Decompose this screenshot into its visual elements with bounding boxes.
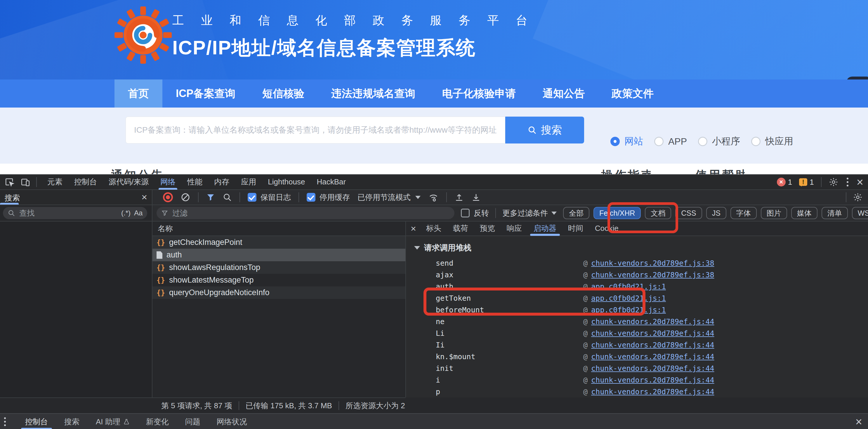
network-search-icon[interactable] [222, 193, 232, 202]
devtools-tab-3[interactable]: 源代码/来源 [103, 174, 155, 190]
details-tab-3[interactable]: 预览 [474, 222, 501, 236]
devtools-tab-9[interactable]: HackBar [311, 174, 352, 190]
translate-extension-badge[interactable]: 中 A [846, 77, 868, 80]
frame-function: Li [436, 329, 583, 338]
nav-item-6[interactable]: 通知公告 [529, 80, 598, 108]
search-pane-close-icon[interactable]: × [142, 191, 147, 203]
nav-item-4[interactable]: 违法违规域名查询 [318, 80, 429, 108]
frame-source-link[interactable]: chunk-vendors.20d789ef.js:44 [591, 329, 714, 338]
import-har-icon[interactable] [455, 193, 464, 202]
frame-source-link[interactable]: chunk-vendors.20d789ef.js:38 [591, 259, 714, 267]
request-row-1[interactable]: {}getCheckImagePoint [152, 236, 405, 249]
search-input[interactable] [126, 117, 505, 143]
network-conditions-icon[interactable] [428, 192, 439, 202]
filter-chip-9[interactable]: 清单 [822, 207, 848, 219]
drawer-tab-1[interactable]: 控制台 [17, 414, 56, 429]
frame-source-link[interactable]: app.c0fb0d21.js:1 [591, 282, 666, 291]
request-row-5[interactable]: {}queryOneUpgradeNoticeInfo [152, 286, 405, 299]
frame-source-link[interactable]: chunk-vendors.20d789ef.js:44 [591, 317, 714, 326]
divider [446, 192, 447, 202]
frame-source-link[interactable]: chunk-vendors.20d789ef.js:44 [591, 341, 714, 349]
drawer-tab-6[interactable]: 网络状况 [209, 414, 255, 429]
regex-toggle[interactable]: (.*) [121, 209, 130, 217]
filter-chip-7[interactable]: 图片 [761, 207, 787, 219]
nav-item-1[interactable]: 首页 [115, 80, 162, 108]
radio-option-1[interactable]: 网站 [611, 135, 643, 148]
export-har-icon[interactable] [471, 193, 481, 202]
throttling-dropdown[interactable]: 已停用节流模式 [358, 192, 421, 202]
nav-item-2[interactable]: ICP备案查询 [162, 80, 249, 108]
frame-source-link[interactable]: chunk-vendors.20d789ef.js:44 [591, 388, 714, 396]
clipped-heading: 通知公告 [111, 164, 165, 174]
frame-source-link[interactable]: chunk-vendors.20d789ef.js:38 [591, 270, 714, 279]
details-tab-5[interactable]: 启动器 [528, 222, 562, 236]
record-network-log-button[interactable] [163, 192, 173, 202]
filter-chip-10[interactable]: WS [852, 207, 868, 219]
request-row-2[interactable]: auth [152, 249, 405, 261]
settings-gear-icon[interactable] [829, 177, 838, 187]
devtools-tab-2[interactable]: 控制台 [68, 174, 103, 190]
drawer-tab-2[interactable]: 搜索 [56, 414, 88, 429]
radio-option-3[interactable]: 小程序 [698, 135, 740, 148]
devtools-tab-6[interactable]: 内存 [208, 174, 235, 190]
pane-divider[interactable] [405, 222, 406, 397]
details-tab-4[interactable]: 响应 [501, 222, 528, 236]
device-toolbar-icon[interactable] [21, 177, 30, 187]
drawer-tab-5[interactable]: 问题 [177, 414, 209, 429]
call-stack-section[interactable]: 请求调用堆栈 [414, 242, 868, 253]
nav-item-3[interactable]: 短信核验 [249, 80, 318, 108]
details-tab-1[interactable]: 标头 [420, 222, 447, 236]
search-button[interactable]: 搜索 [505, 117, 584, 143]
frame-source-link[interactable]: chunk-vendors.20d789ef.js:44 [591, 352, 714, 361]
details-tab-6[interactable]: 时间 [562, 222, 589, 236]
frame-function: getToken [436, 294, 583, 303]
devtools-tab-1[interactable]: 元素 [41, 174, 68, 190]
nav-item-7[interactable]: 政策文件 [598, 80, 667, 108]
filter-funnel-icon[interactable] [206, 193, 215, 202]
request-row-4[interactable]: {}showLatestMessageTop [152, 274, 405, 286]
filter-chip-5[interactable]: JS [706, 207, 726, 219]
preserve-log-checkbox[interactable]: 保留日志 [248, 192, 291, 202]
inspect-element-icon[interactable] [5, 177, 14, 187]
filter-input[interactable] [172, 208, 450, 218]
devtools-tab-8[interactable]: Lighthouse [262, 174, 311, 190]
pane-divider[interactable] [152, 222, 152, 397]
name-column-header[interactable]: 名称 [152, 222, 405, 236]
filter-chip-6[interactable]: 字体 [731, 207, 757, 219]
warning-count-badge[interactable]: ! 1 [799, 178, 814, 187]
invert-filter-checkbox[interactable]: 反转 [461, 208, 489, 218]
filter-chip-3[interactable]: 文档 [645, 207, 671, 219]
error-count-badge[interactable]: × 1 [777, 178, 792, 187]
radio-option-4[interactable]: 快应用 [751, 135, 793, 148]
details-tab-2[interactable]: 载荷 [447, 222, 474, 236]
filter-chip-1[interactable]: 全部 [563, 207, 589, 219]
devtools-tab-7[interactable]: 应用 [235, 174, 262, 190]
match-case-toggle[interactable]: Aa [134, 209, 143, 217]
drawer-close-icon[interactable]: × [856, 416, 868, 428]
frame-source-link[interactable]: chunk-vendors.20d789ef.js:44 [591, 364, 714, 373]
devtools-tab-4[interactable]: 网络 [155, 174, 181, 190]
filter-chip-8[interactable]: 媒体 [791, 207, 817, 219]
find-input[interactable] [19, 208, 118, 218]
devtools-close-icon[interactable]: × [857, 176, 863, 188]
clear-network-log-icon[interactable] [181, 192, 190, 202]
divider [299, 192, 299, 202]
drawer-tab-4[interactable]: 新变化 [138, 414, 177, 429]
details-tab-7[interactable]: Cookie [589, 222, 624, 236]
drawer-kebab-icon[interactable] [3, 416, 7, 427]
more-filters-dropdown[interactable]: 更多过滤条件 [502, 208, 557, 218]
filter-chip-2[interactable]: Fetch/XHR [593, 207, 641, 219]
details-close-icon[interactable]: × [411, 223, 416, 234]
network-settings-gear-icon[interactable] [853, 192, 863, 202]
frame-source-link[interactable]: app.c0fb0d21.js:1 [591, 294, 666, 303]
radio-option-2[interactable]: APP [654, 136, 687, 147]
disable-cache-checkbox[interactable]: 停用缓存 [307, 192, 350, 202]
kebab-menu-icon[interactable] [845, 176, 849, 188]
frame-source-link[interactable]: app.c0fb0d21.js:1 [591, 306, 666, 314]
drawer-tab-3[interactable]: AI 助理 [88, 414, 138, 429]
filter-chip-4[interactable]: CSS [675, 207, 702, 219]
devtools-tab-5[interactable]: 性能 [181, 174, 208, 190]
request-row-3[interactable]: {}showLawsRegulationsTop [152, 261, 405, 274]
frame-source-link[interactable]: chunk-vendors.20d789ef.js:44 [591, 376, 714, 384]
nav-item-5[interactable]: 电子化核验申请 [429, 80, 529, 108]
